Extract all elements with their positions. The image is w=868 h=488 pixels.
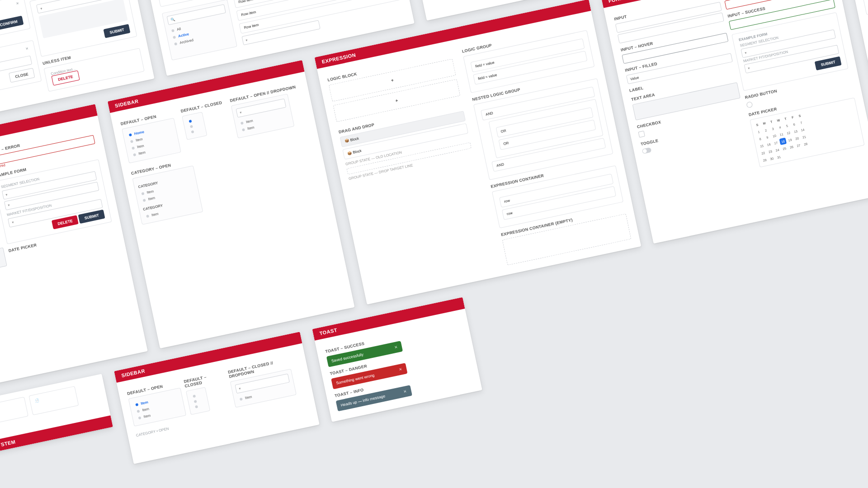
- toast-close-icon-3[interactable]: ✕: [403, 389, 408, 394]
- close-button[interactable]: CLOSE: [9, 68, 35, 83]
- close-icon-4[interactable]: ✕: [25, 46, 30, 53]
- sb3-closed: DEFAULT – CLOSED: [184, 371, 225, 388]
- calendar-day[interactable]: 26: [788, 143, 796, 151]
- calendar-day[interactable]: 19: [786, 136, 794, 144]
- calendar-day[interactable]: 22: [760, 149, 767, 157]
- toast-close-icon-2[interactable]: ✕: [398, 367, 403, 372]
- calendar-day[interactable]: 7: [797, 119, 805, 127]
- calendar-day[interactable]: 4: [776, 123, 784, 131]
- toast-danger-msg: Something went wrong: [336, 373, 375, 385]
- toggle[interactable]: [642, 147, 652, 154]
- folder-thumb-header: ER SYSTEM: [0, 415, 113, 455]
- calendar-day[interactable]: 16: [765, 141, 773, 148]
- calendar-day[interactable]: 15: [758, 142, 766, 150]
- calendar-day[interactable]: 3: [769, 125, 777, 132]
- ai-complete-card: [863, 0, 868, 15]
- panel-folder-thumb: 📁 📁 📄 ER SYSTEM: [0, 374, 113, 455]
- calendar-day[interactable]: 25: [781, 145, 788, 152]
- calendar-day[interactable]: 23: [767, 148, 774, 155]
- textarea[interactable]: [0, 248, 7, 288]
- calendar-day[interactable]: 9: [764, 133, 771, 141]
- f2-submit[interactable]: SUBMIT: [815, 56, 842, 70]
- sidebar-closed: DEFAULT – CLOSED: [180, 100, 222, 113]
- calendar-day[interactable]: 28: [802, 140, 810, 148]
- radio[interactable]: [746, 101, 753, 108]
- calendar-day[interactable]: 10: [771, 132, 778, 140]
- calendar-day[interactable]: 30: [768, 155, 776, 162]
- toast-close-icon[interactable]: ✕: [394, 345, 398, 350]
- calendar-day[interactable]: 20: [793, 135, 801, 142]
- folder-item[interactable]: 📄: [33, 390, 74, 405]
- confirm-button[interactable]: CONFIRM: [0, 16, 24, 31]
- wizard-submit[interactable]: SUBMIT: [104, 24, 131, 38]
- toast-success-msg: Saved successfully: [331, 352, 364, 363]
- checkbox[interactable]: [638, 131, 645, 137]
- calendar-day[interactable]: 21: [801, 133, 808, 141]
- panel-forms-2: FORMS INPUT INPUT – HOVER INPUT – FILLED…: [601, 0, 868, 244]
- calendar-day[interactable]: 31: [775, 153, 783, 161]
- calendar-day[interactable]: 27: [795, 141, 802, 149]
- calendar-day[interactable]: 14: [799, 126, 807, 134]
- calendar-day[interactable]: 11: [778, 131, 785, 138]
- calendar-day[interactable]: 24: [774, 146, 781, 154]
- calendar-day[interactable]: 6: [790, 121, 798, 128]
- calendar-day[interactable]: 2: [762, 127, 770, 134]
- calendar-day[interactable]: 17: [772, 139, 780, 147]
- calendar-day[interactable]: 1: [755, 128, 763, 136]
- calendar-day[interactable]: 29: [761, 156, 769, 164]
- close-icon-3[interactable]: ✕: [16, 1, 20, 8]
- calendar-day[interactable]: 13: [792, 127, 800, 135]
- toast-info-msg: Heads up — info message: [340, 394, 386, 408]
- panel-expression: EXPRESSION LOGIC BLOCK + + DRAG AND DROP…: [315, 0, 642, 305]
- panel-toast: TOAST TOAST – SUCCESS Saved successfully…: [312, 297, 482, 422]
- panel-sidebar: SIDEBAR DEFAULT – OPEN Home Item Item It…: [108, 60, 355, 348]
- calendar-day[interactable]: 8: [756, 135, 764, 143]
- calendar-day[interactable]: 18: [779, 137, 787, 145]
- calendar-day[interactable]: 12: [785, 129, 793, 136]
- calendar-day[interactable]: 5: [783, 122, 791, 130]
